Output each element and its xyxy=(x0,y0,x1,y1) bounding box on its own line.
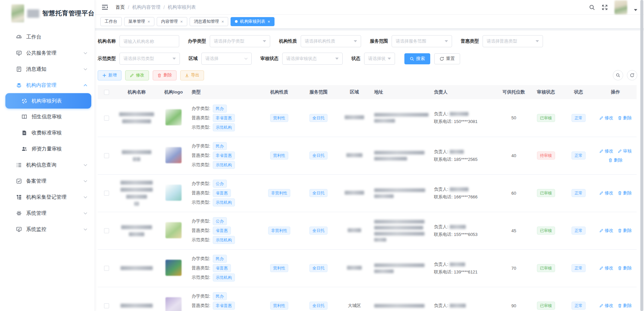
table-header-row: 机构名称机构logo类型机构性质服务范围区域地址负责人可供托位数审核状态状态操作 xyxy=(98,85,637,99)
status-badge: 正常 xyxy=(572,302,586,310)
sidebar-item-fee-audit[interactable]: 收费标准审核 xyxy=(0,125,95,141)
service-scope-tag: 全日托 xyxy=(309,189,328,197)
search-icon[interactable] xyxy=(589,4,595,10)
school-type-select[interactable]: 请选择办学类型 xyxy=(210,35,270,47)
filter-field-region: 区域 请选择 xyxy=(189,53,252,65)
column-header-nature: 机构性质 xyxy=(270,89,288,95)
row-action-edit[interactable]: 修改 xyxy=(599,303,613,309)
sidebar-item-label: 招生信息审核 xyxy=(32,114,62,120)
redacted-text xyxy=(118,225,155,236)
service-scope-select[interactable]: 请选择服务范围 xyxy=(392,35,452,47)
filter-field-service-scope: 服务范围 请选择服务范围 xyxy=(370,35,452,47)
row-action-edit[interactable]: 修改 xyxy=(599,115,613,121)
org-logo-image xyxy=(165,222,182,238)
row-action-audit[interactable]: 审核 xyxy=(618,148,632,154)
benefit-type-line: 普惠类型:非省普惠 xyxy=(192,302,256,310)
refresh-icon xyxy=(630,73,634,77)
org-nature-tag: 非营利性 xyxy=(268,227,290,235)
demo-type-select[interactable]: 请选择示范类型 xyxy=(119,53,180,65)
page-scrollbar[interactable] xyxy=(640,0,643,311)
breadcrumb-item-home[interactable]: 首页 xyxy=(115,4,125,10)
org-nature-tag: 非营利性 xyxy=(268,189,290,197)
caret-down-icon[interactable] xyxy=(634,6,637,8)
tab-menu-mgmt[interactable]: 菜单管理 × xyxy=(124,17,155,26)
status-select[interactable]: 请选择状态 xyxy=(364,53,395,65)
tab-close-icon[interactable]: × xyxy=(180,19,183,24)
org-nature-tag: 营利性 xyxy=(270,264,288,272)
select-all-checkbox[interactable] xyxy=(104,90,109,95)
row-action-delete[interactable]: 删除 xyxy=(618,190,632,196)
column-header-region: 区域 xyxy=(350,89,359,95)
tab-close-icon[interactable]: × xyxy=(148,19,150,24)
row-checkbox[interactable] xyxy=(104,266,109,271)
sidebar-item-workbench[interactable]: 工作台 xyxy=(0,29,95,45)
tab-content-mgmt[interactable]: 内容管理 × xyxy=(157,17,187,26)
search-button[interactable]: 搜索 xyxy=(404,53,430,64)
user-avatar[interactable] xyxy=(614,0,627,14)
notice-icon xyxy=(16,66,22,72)
slots-count: 45 xyxy=(511,228,516,233)
export-button[interactable]: 导出 xyxy=(180,70,204,80)
collapse-menu-icon[interactable] xyxy=(102,5,108,10)
row-checkbox[interactable] xyxy=(104,153,109,158)
sidebar-item-faculty-audit[interactable]: 师资力量审核 xyxy=(0,141,95,157)
benefit-type-select[interactable]: 请选择普惠类型 xyxy=(483,35,543,47)
sidebar-item-filing-mgmt[interactable]: 备案管理 xyxy=(0,173,95,189)
status-badge: 正常 xyxy=(572,264,586,272)
sidebar-item-label: 公共服务管理 xyxy=(26,50,56,56)
reset-button[interactable]: 重置 xyxy=(434,53,460,64)
tab-notice-mgmt[interactable]: 消息通知管理 × xyxy=(190,17,229,26)
row-action-edit[interactable]: 修改 xyxy=(599,148,613,154)
sidebar-item-org-collect-mgmt[interactable]: 机构采集登记管理 xyxy=(0,189,95,205)
sidebar-item-org-audit-list[interactable]: 机构审核列表 xyxy=(5,93,91,109)
org-name-input[interactable] xyxy=(119,35,179,47)
table-refresh-button[interactable] xyxy=(627,70,637,80)
delete-button[interactable]: 删除 xyxy=(153,70,177,80)
monitor-check-icon xyxy=(16,227,22,232)
sidebar-item-org-info-query[interactable]: 机构信息查询 xyxy=(0,157,95,173)
row-checkbox[interactable] xyxy=(104,303,109,308)
org-nature-select[interactable]: 请选择机构性质 xyxy=(301,35,361,47)
service-scope-tag: 全日托 xyxy=(309,264,328,272)
row-action-delete[interactable]: 删除 xyxy=(608,157,623,163)
manager-line: 负责人: xyxy=(434,186,496,192)
tab-org-audit-list[interactable]: 机构审核列表 × xyxy=(231,17,275,26)
row-action-delete[interactable]: 删除 xyxy=(618,265,632,271)
tab-bar: 工作台 菜单管理 × 内容管理 × 消息通知管理 × 机构审核列表 × xyxy=(95,15,644,28)
sidebar-item-notifications[interactable]: 消息通知 xyxy=(0,61,95,77)
row-action-edit[interactable]: 修改 xyxy=(599,265,613,271)
row-checkbox[interactable] xyxy=(104,191,109,196)
sidebar-item-public-service[interactable]: 公共服务管理 xyxy=(0,45,95,61)
row-checkbox[interactable] xyxy=(104,228,109,233)
row-action-delete[interactable]: 删除 xyxy=(618,303,632,309)
redacted-region xyxy=(346,153,362,157)
sidebar-item-system-monitor[interactable]: 系统监控 xyxy=(0,221,95,237)
audit-status-select[interactable]: 请选择审核状态 xyxy=(282,53,343,65)
sidebar-item-label: 系统监控 xyxy=(26,226,46,233)
sidebar-item-system-mgmt[interactable]: 系统管理 xyxy=(0,205,95,221)
sidebar-item-label: 机构内容管理 xyxy=(26,82,56,88)
edit-button-label: 修改 xyxy=(136,72,144,78)
add-button[interactable]: 新增 xyxy=(98,70,121,80)
breadcrumb-item-org-audit-list: 机构审核列表 xyxy=(168,4,196,10)
row-action-delete[interactable]: 删除 xyxy=(618,115,632,121)
sidebar-item-enrollment-audit[interactable]: 招生信息审核 xyxy=(0,109,95,125)
search-icon xyxy=(410,57,414,61)
row-checkbox[interactable] xyxy=(104,116,109,121)
region-select[interactable]: 请选择 xyxy=(201,53,252,65)
fullscreen-icon[interactable] xyxy=(602,4,608,10)
tab-workbench[interactable]: 工作台 xyxy=(100,17,122,26)
row-action-edit[interactable]: 修改 xyxy=(599,228,613,234)
row-actions: 修改删除 xyxy=(597,228,634,234)
select-arrow-icon xyxy=(445,40,448,43)
table-search-button[interactable] xyxy=(613,70,623,80)
edit-button[interactable]: 修改 xyxy=(125,70,149,80)
tab-close-icon[interactable]: × xyxy=(221,19,224,24)
delete-icon xyxy=(608,158,612,162)
sidebar-item-org-content[interactable]: 机构内容管理 xyxy=(0,77,95,93)
sidebar-item-label: 系统管理 xyxy=(26,210,46,216)
row-action-edit[interactable]: 修改 xyxy=(599,190,613,196)
breadcrumb-item-org-content[interactable]: 机构内容管理 xyxy=(132,4,160,10)
row-action-delete[interactable]: 删除 xyxy=(618,228,632,234)
tab-close-icon[interactable]: × xyxy=(267,19,270,24)
